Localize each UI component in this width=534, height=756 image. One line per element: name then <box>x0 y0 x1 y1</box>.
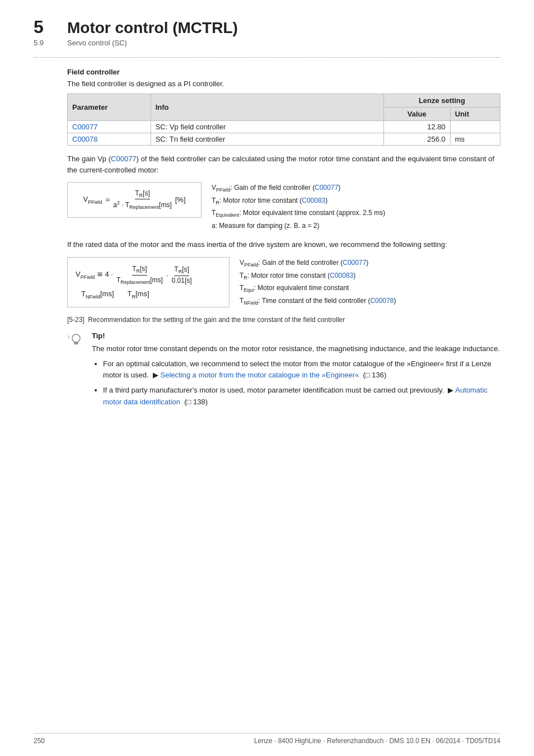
formula-numerator: TR[s] <box>135 189 150 199</box>
formula-description-2: VPField: Gain of the field controller (C… <box>240 257 500 308</box>
formula-inner-1: VPField = TR[s] a2 · TReplacement[ms] [%… <box>83 189 185 211</box>
page: 5 Motor control (MCTRL) 5.9 Servo contro… <box>0 0 534 756</box>
subchapter: 5.9 Servo control (SC) <box>34 39 500 47</box>
chapter-title: 5 Motor control (MCTRL) <box>34 17 500 38</box>
tip-body-text: The motor rotor time constant depends on… <box>92 344 500 353</box>
section-title: Field controller <box>67 68 500 76</box>
info-c00078: SC: Tn field controller <box>151 133 383 146</box>
col-header-value: Value <box>383 108 450 121</box>
svg-point-1 <box>72 334 80 342</box>
tip-title: Tip! <box>92 332 500 340</box>
col-header-parameter: Parameter <box>68 94 151 121</box>
formula-area-2: VPField ≅ 4 · TR[s] TReplacement[ms] · T… <box>67 257 500 308</box>
formula2-dot: · <box>166 271 168 279</box>
chapter-number: 5 <box>34 17 56 38</box>
formula-description-1: VPField: Gain of the field controller (C… <box>212 182 500 231</box>
formula-lhs: VPField <box>83 195 102 205</box>
info-c00077: SC: Vp field controller <box>151 121 383 133</box>
formula-row-1: VPField ≅ 4 · TR[s] TReplacement[ms] · T… <box>76 265 192 285</box>
tip-body: The motor rotor time constant depends on… <box>92 343 500 408</box>
body-text-2: If the rated data of the motor and the m… <box>67 239 500 250</box>
tip-icon <box>67 332 85 412</box>
link-c00083-desc1[interactable]: C00083 <box>302 197 325 204</box>
fig-caption: [5-23] Recommendation for the setting of… <box>67 316 500 324</box>
tip-svg-icon <box>67 332 85 349</box>
tip-content: Tip! The motor rotor time constant depen… <box>92 332 500 412</box>
col-header-info: Info <box>151 94 383 121</box>
chapter-name: Motor control (MCTRL) <box>67 19 238 37</box>
value-c00077: 12.80 <box>383 121 450 133</box>
header-section: 5 Motor control (MCTRL) 5.9 Servo contro… <box>34 17 500 47</box>
page-number: 250 <box>34 737 45 745</box>
param-c00078: C00078 <box>68 133 151 146</box>
col-header-lenze-setting: Lenze setting <box>383 94 500 108</box>
parameter-table: Parameter Info Lenze setting Value Unit … <box>67 94 500 146</box>
page-footer: 250 Lenze · 8400 HighLine · Referenzhand… <box>34 733 500 745</box>
formula2-lhs: VPField ≅ 4 · <box>76 270 113 280</box>
unit-c00077 <box>450 121 500 133</box>
formula2-den1: TReplacement[ms] <box>116 276 163 285</box>
tip-area: Tip! The motor rotor time constant depen… <box>67 332 500 412</box>
formula2-frac1: TR[s] TReplacement[ms] <box>116 265 163 285</box>
formula2-num1: TR[s] <box>132 265 147 275</box>
formula-denominator: a2 · TReplacement[ms] <box>113 199 172 210</box>
section-divider <box>34 57 500 58</box>
product-info: Lenze · 8400 HighLine · Referenzhandbuch… <box>254 737 500 745</box>
formula2-num2: TR[s] <box>174 265 189 276</box>
table-header-row: Parameter Info Lenze setting <box>68 94 500 108</box>
table-row: C00078 SC: Tn field controller 256.0 ms <box>68 133 500 146</box>
tip-bullet-2: If a third party manufacturer's motor is… <box>103 385 500 408</box>
formula-inner-2: VPField ≅ 4 · TR[s] TReplacement[ms] · T… <box>76 265 192 299</box>
link-selecting-motor[interactable]: Selecting a motor from the motor catalog… <box>160 371 359 379</box>
value-c00078: 256.0 <box>383 133 450 146</box>
formula-row-2: TNField[ms] TR[ms] <box>76 290 192 300</box>
formula-box-1: VPField = TR[s] a2 · TReplacement[ms] [%… <box>67 182 202 218</box>
link-auto-motor-id[interactable]: Automatic motor data identification <box>103 386 488 406</box>
link-c00083-desc2[interactable]: C00083 <box>330 272 353 279</box>
table-row: C00077 SC: Vp field controller 12.80 <box>68 121 500 133</box>
link-c00077-desc2[interactable]: C00077 <box>343 259 366 267</box>
param-c00077: C00077 <box>68 121 151 133</box>
formula2-den2: 0.01[s] <box>172 276 192 284</box>
svg-rect-3 <box>75 343 78 344</box>
link-c00077-inline[interactable]: C00077 <box>111 155 137 163</box>
tip-bullet-1: For an optimal calculation, we recommend… <box>103 358 500 382</box>
formula2-frac2: TR[s] 0.01[s] <box>172 265 192 284</box>
col-header-unit: Unit <box>450 108 500 121</box>
formula-unit: [%] <box>175 195 186 204</box>
subchapter-number: 5.9 <box>34 39 56 47</box>
formula-equals: = <box>106 195 110 204</box>
tip-bullet-list: For an optimal calculation, we recommend… <box>103 358 500 408</box>
subchapter-title: Servo control (SC) <box>67 39 127 47</box>
body-text-1: The gain Vp (C00077) of the field contro… <box>67 153 500 175</box>
unit-c00078: ms <box>450 133 500 146</box>
formula-area-1: VPField = TR[s] a2 · TReplacement[ms] [%… <box>67 182 500 231</box>
link-c00078[interactable]: C00078 <box>72 135 98 143</box>
link-c00077[interactable]: C00077 <box>72 123 98 131</box>
link-c00078-desc2[interactable]: C00078 <box>370 297 394 305</box>
main-content: Field controller The field controller is… <box>67 68 500 412</box>
formula-fraction: TR[s] a2 · TReplacement[ms] <box>113 189 172 211</box>
link-c00077-desc1[interactable]: C00077 <box>315 184 338 192</box>
formula-box-2: VPField ≅ 4 · TR[s] TReplacement[ms] · T… <box>67 257 229 307</box>
intro-text: The field controller is designed as a PI… <box>67 80 500 88</box>
